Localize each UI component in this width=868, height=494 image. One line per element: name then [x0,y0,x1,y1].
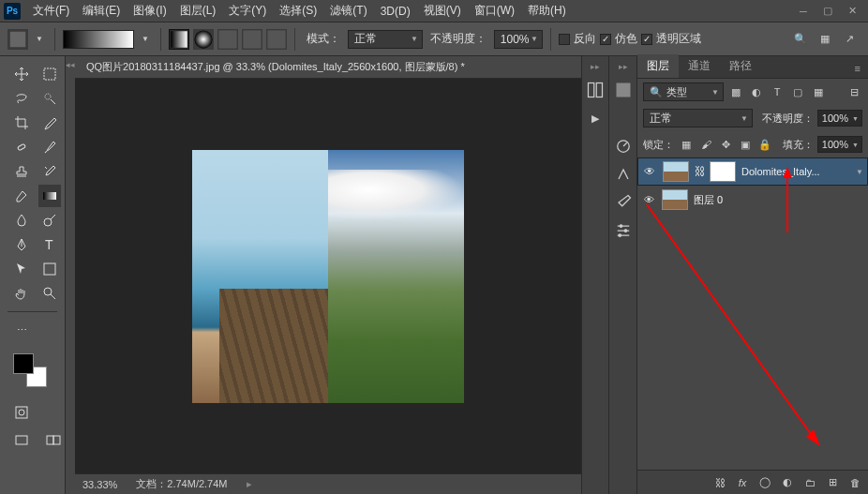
workspace-icon[interactable]: ▦ [816,30,834,49]
eraser-tool[interactable] [10,185,33,207]
new-layer-icon[interactable]: ⊞ [825,475,840,490]
lock-all-icon[interactable]: 🔒 [756,136,773,153]
actions-panel-icon[interactable]: ▶ [586,109,605,127]
layer-row[interactable]: 👁 ⛓ Dolomites_Italy... [637,157,868,186]
link-layers-icon[interactable]: ⛓ [712,475,727,490]
delete-layer-icon[interactable]: 🗑 [847,475,862,490]
layer-opacity-value[interactable]: 100% [817,110,862,127]
layer-blend-select[interactable]: 正常 [643,109,753,127]
menu-file[interactable]: 文件(F) [26,3,76,19]
menu-text[interactable]: 文字(Y) [222,3,273,19]
status-menu[interactable]: ▸ [247,478,252,490]
lock-position-icon[interactable]: ✥ [717,136,734,153]
tab-channels[interactable]: 通道 [679,54,720,78]
dither-checkbox[interactable]: 仿色 [600,31,637,47]
menu-view[interactable]: 视图(V) [417,3,468,19]
reverse-checkbox[interactable]: 反向 [559,31,596,47]
history-panel-icon[interactable] [586,81,605,99]
filter-toggle-icon[interactable]: ⊟ [846,83,862,100]
crop-tool[interactable] [10,112,33,134]
adjustment-layer-icon[interactable]: ◐ [780,475,795,490]
shape-tool[interactable] [38,258,61,280]
lock-transparent-icon[interactable]: ▦ [678,136,695,153]
stamp-tool[interactable] [10,160,33,183]
gradient-tool[interactable] [38,185,61,207]
layer-thumbnail[interactable] [663,161,689,182]
filter-shape-icon[interactable]: ▢ [789,83,806,100]
menu-image[interactable]: 图像(I) [127,3,172,19]
quickmask-tool[interactable] [10,401,33,424]
menu-filter[interactable]: 滤镜(T) [323,3,373,19]
marquee-tool[interactable] [38,63,61,85]
tool-preset-dropdown[interactable]: ▼ [32,35,47,43]
layer-name[interactable]: Dolomites_Italy... [741,166,820,177]
share-icon[interactable]: ↗ [840,30,859,49]
color-panel-icon[interactable] [614,81,633,99]
gradient-picker-dropdown[interactable]: ▼ [138,35,153,43]
brush-tool[interactable] [38,136,61,158]
zoom-tool[interactable] [38,282,61,305]
brush-panel-icon[interactable] [614,193,633,212]
visibility-icon[interactable]: 👁 [642,164,657,179]
expand-handle-2[interactable]: ▸▸ [619,62,628,71]
color-swatches[interactable] [13,353,47,387]
pen-tool[interactable] [10,233,33,256]
screenmode-tool[interactable] [10,429,33,452]
healing-tool[interactable] [10,136,33,158]
opacity-select[interactable]: 100% [494,30,543,49]
collapse-handle-left[interactable]: ◂◂ [66,56,75,494]
lasso-tool[interactable] [10,87,33,110]
lock-paint-icon[interactable]: 🖌 [697,136,714,153]
linear-gradient-icon[interactable] [169,29,189,50]
adjustments-panel-icon[interactable] [614,137,633,156]
menu-edit[interactable]: 编辑(E) [76,3,127,19]
menu-3d[interactable]: 3D(D) [374,5,417,18]
path-select-tool[interactable] [10,258,33,280]
expand-handle-1[interactable]: ▸▸ [591,62,600,71]
properties-panel-icon[interactable] [614,221,633,240]
transparency-checkbox[interactable]: 透明区域 [641,31,701,47]
zoom-level[interactable]: 33.33% [82,479,117,490]
add-mask-icon[interactable]: ◯ [757,475,772,490]
text-tool[interactable]: T [38,233,61,256]
dodge-tool[interactable] [38,209,61,232]
filter-pixel-icon[interactable]: ▩ [727,83,744,100]
reflected-gradient-icon[interactable] [242,29,262,50]
tool-preset-icon[interactable] [7,29,28,50]
blur-tool[interactable] [10,209,33,232]
visibility-icon[interactable]: 👁 [641,192,656,207]
mask-thumbnail[interactable] [710,161,736,182]
fill-value[interactable]: 100% [817,136,862,153]
hand-tool[interactable] [10,282,33,305]
menu-select[interactable]: 选择(S) [273,3,323,19]
quick-select-tool[interactable] [38,87,61,110]
mask-link-icon[interactable]: ⛓ [695,165,704,178]
document-tab[interactable]: QQ图片20180311184437.jpg @ 33.3% (Dolomite… [75,56,581,79]
filter-smart-icon[interactable]: ▦ [810,83,827,100]
panel-menu-icon[interactable]: ≡ [847,59,868,78]
radial-gradient-icon[interactable] [193,29,214,50]
menu-window[interactable]: 窗口(W) [468,3,521,19]
history-brush-tool[interactable] [38,160,61,183]
foreground-color[interactable] [13,353,34,374]
tab-paths[interactable]: 路径 [720,54,761,78]
lock-artboard-icon[interactable]: ▣ [737,136,754,153]
maximize-button[interactable]: ▢ [816,2,840,21]
screenmode2-tool[interactable] [42,429,65,452]
gradient-preview[interactable] [63,30,134,49]
edit-toolbar-icon[interactable]: ⋯ [10,319,33,341]
canvas[interactable] [75,79,581,473]
angle-gradient-icon[interactable] [217,29,238,50]
layer-thumbnail[interactable] [662,189,688,210]
menu-layer[interactable]: 图层(L) [173,3,223,19]
search-icon[interactable]: 🔍 [791,30,810,49]
group-icon[interactable]: 🗀 [802,475,817,490]
minimize-button[interactable]: ─ [791,2,816,21]
layer-row[interactable]: 👁 图层 0 [637,186,868,214]
blend-mode-select[interactable]: 正常 [348,30,423,49]
layer-fx-icon[interactable]: fx [735,475,750,490]
eyedropper-tool[interactable] [38,112,61,134]
menu-help[interactable]: 帮助(H) [521,3,573,19]
tab-layers[interactable]: 图层 [637,54,679,78]
layer-filter-select[interactable]: 🔍类型 [643,82,724,101]
